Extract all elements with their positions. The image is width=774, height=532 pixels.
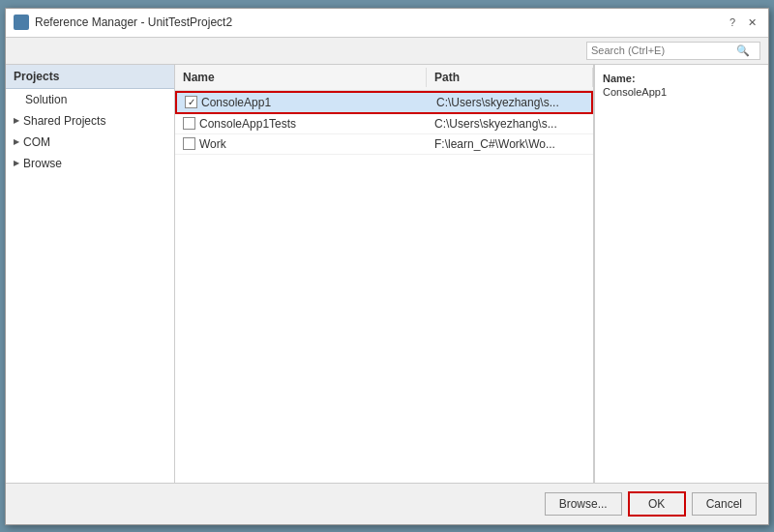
details-name-value: ConsoleApp1 <box>603 86 760 98</box>
search-box: 🔍 <box>586 42 760 60</box>
table-row[interactable]: Work F:\learn_C#\Work\Wo... <box>175 134 593 155</box>
table-row[interactable]: ConsoleApp1Tests C:\Users\skyezhang\s... <box>175 114 593 134</box>
sidebar-header-label: Projects <box>14 70 59 83</box>
cancel-button[interactable]: Cancel <box>692 492 757 516</box>
row-name-value: ConsoleApp1 <box>201 96 271 109</box>
row-name-cell: Work <box>175 134 427 154</box>
table-header: Name Path <box>175 65 593 91</box>
reference-manager-dialog: Reference Manager - UnitTestProject2 ? ✕… <box>5 8 769 525</box>
close-button[interactable]: ✕ <box>743 14 760 31</box>
sidebar: Projects Solution ▶ Shared Projects ▶ CO… <box>6 65 175 483</box>
sidebar-item-com-label: COM <box>23 135 50 149</box>
row-name-cell: ConsoleApp1Tests <box>175 114 427 133</box>
dialog-icon <box>14 15 29 30</box>
content-area: Projects Solution ▶ Shared Projects ▶ CO… <box>6 65 768 483</box>
sidebar-item-shared-projects[interactable]: ▶ Shared Projects <box>6 110 174 132</box>
row-checkbox[interactable]: ✓ <box>185 96 197 108</box>
search-icon: 🔍 <box>736 44 750 57</box>
table-row[interactable]: ✓ ConsoleApp1 C:\Users\skyezhang\s... <box>175 91 593 114</box>
footer: Browse... OK Cancel <box>6 483 768 524</box>
dialog-title: Reference Manager - UnitTestProject2 <box>35 15 232 29</box>
row-checkbox[interactable] <box>183 137 195 150</box>
row-path-cell: C:\Users\skyezhang\s... <box>427 114 593 133</box>
row-path-cell: C:\Users\skyezhang\s... <box>429 93 591 112</box>
sidebar-item-solution[interactable]: Solution <box>6 89 174 110</box>
details-panel: Name: ConsoleApp1 <box>594 65 768 483</box>
sidebar-item-browse-label: Browse <box>23 157 62 170</box>
row-name-value: Work <box>199 137 226 151</box>
browse-button[interactable]: Browse... <box>545 492 622 516</box>
row-path-cell: F:\learn_C#\Work\Wo... <box>427 134 593 154</box>
sidebar-item-com[interactable]: ▶ COM <box>6 132 174 153</box>
details-name-label: Name: <box>603 73 760 84</box>
title-bar-left: Reference Manager - UnitTestProject2 <box>14 15 232 30</box>
column-header-path: Path <box>427 68 593 87</box>
main-area: Name Path ✓ ConsoleApp1 C:\User <box>175 65 594 483</box>
sidebar-item-shared-projects-label: Shared Projects <box>23 114 105 128</box>
table-area: Name Path ✓ ConsoleApp1 C:\User <box>175 65 594 483</box>
title-controls: ? ✕ <box>724 14 760 31</box>
column-header-name: Name <box>175 68 427 87</box>
ok-button[interactable]: OK <box>628 491 686 517</box>
help-button[interactable]: ? <box>724 14 741 31</box>
checkmark-icon: ✓ <box>188 97 195 107</box>
browse-arrow-icon: ▶ <box>14 159 19 167</box>
row-checkbox[interactable] <box>183 117 195 130</box>
shared-projects-arrow-icon: ▶ <box>14 116 19 125</box>
sidebar-item-browse[interactable]: ▶ Browse <box>6 153 174 174</box>
com-arrow-icon: ▶ <box>14 137 19 146</box>
search-input[interactable] <box>591 44 736 56</box>
row-name-value: ConsoleApp1Tests <box>199 117 296 131</box>
title-bar: Reference Manager - UnitTestProject2 ? ✕ <box>6 9 768 38</box>
toolbar: 🔍 <box>6 38 768 65</box>
sidebar-header: Projects <box>6 65 174 89</box>
sidebar-item-solution-label: Solution <box>25 93 67 106</box>
row-name-cell: ✓ ConsoleApp1 <box>177 93 429 112</box>
